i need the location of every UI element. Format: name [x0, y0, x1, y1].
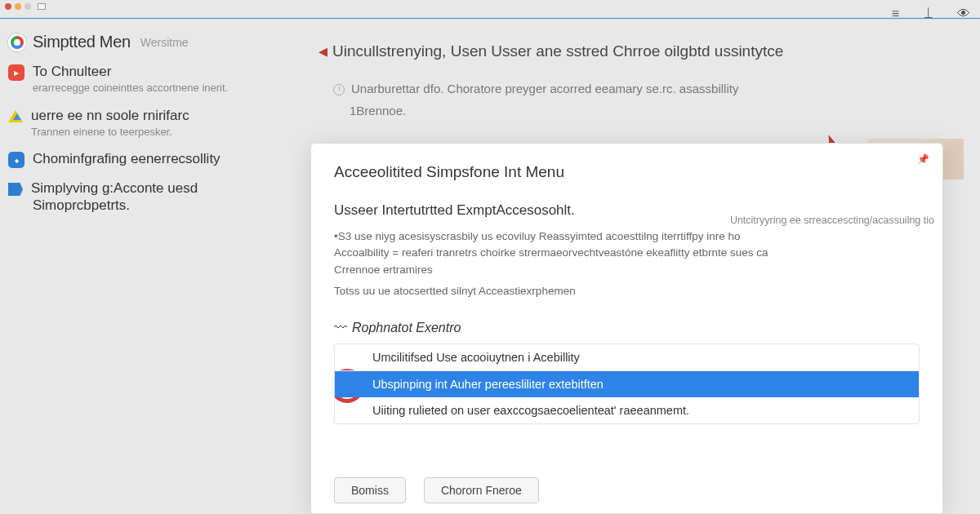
dialog-body-line: •S3 use niyg acesisyscrasbily us ecovilu…: [334, 228, 791, 278]
sidebar-item-0[interactable]: ▸ To Chnulteer erarrecegge coineinttes a…: [8, 63, 302, 95]
option-list: Umcilitifsed Use acooiuytnen i Acebillit…: [334, 343, 920, 424]
option-item-2[interactable]: Uiiting rulieted on user eaxccogsaecoeli…: [335, 397, 919, 423]
dialog-body-line: Totss uu ue atocsertted silnyt Acceastie…: [334, 283, 791, 299]
sidebar-item-title: To Chnulteer: [33, 63, 302, 80]
filter-icon[interactable]: ⟘: [924, 7, 933, 21]
section-title-text: Rophnatot Exentro: [352, 321, 461, 335]
tag-icon: [8, 183, 23, 196]
main-subtitle-2: 1Brennoe.: [350, 104, 964, 117]
sidebar-item-title: uerre ee nn soole rnirifarc: [31, 107, 302, 124]
sidebar-heading: Simptted Men Wersitme: [8, 33, 302, 51]
dialog-footer: Bomiss Chororn Fneroe: [334, 477, 539, 503]
page-title: Uincullstrenying, Usen Usser ane sstred …: [332, 42, 783, 60]
dialog-title: Acceeolitited Simpsfone Int Menu: [334, 163, 920, 181]
sidebar-subtitle: Wersitme: [140, 36, 189, 49]
sidebar: Simptted Men Wersitme ▸ To Chnulteer era…: [0, 24, 302, 215]
chrome-button[interactable]: Chororn Fneroe: [424, 477, 539, 503]
back-chevron-icon[interactable]: ◂: [318, 41, 327, 62]
settings-dialog: 📌 Acceeolitited Simpsfone Int Menu Ussee…: [310, 143, 943, 514]
dialog-body: •S3 use niyg acesisyscrasbily us ecovilu…: [334, 228, 791, 299]
main-header: ◂ Uincullstrenying, Usen Usser ane sstre…: [318, 41, 964, 62]
main-subtitle: Unarburettar dfo. Choratore preyger acor…: [351, 82, 738, 95]
dialog-section-title: 〰 Rophnatot Exentro: [334, 321, 920, 335]
option-label: Umcilitifsed Use acooiuytnen i Acebillit…: [372, 351, 580, 364]
main-content: ◂ Uincullstrenying, Usen Usser ane sstre…: [318, 41, 964, 117]
sidebar-item-title: Simplyving g:Acconte uesd: [31, 179, 302, 197]
clock-icon: [333, 84, 345, 95]
sidebar-title: Simptted Men: [33, 33, 131, 51]
sidebar-item-3[interactable]: Simplyving g:Acconte uesd: [8, 179, 302, 197]
title-separator: [0, 18, 980, 19]
window-box-icon: [38, 3, 46, 10]
sidebar-item-title: Chominfgrafing eenerrecsollity: [33, 150, 302, 167]
sidebar-item-desc: Trannen einene to teerpesker.: [31, 126, 302, 139]
eye-icon[interactable]: 👁: [957, 7, 970, 21]
triangle-icon: [8, 110, 23, 122]
sidebar-extra-line: Simoprcbpetrts.: [33, 197, 302, 214]
option-item-0[interactable]: Umcilitifsed Use acooiuytnen i Acebillit…: [335, 344, 919, 371]
close-window-dot[interactable]: [5, 3, 11, 10]
option-label: Uiiting rulieted on user eaxccogsaecoeli…: [372, 404, 689, 417]
minimize-window-dot[interactable]: [15, 3, 21, 10]
option-item-1[interactable]: Ubspinping int Auher pereesliliter exteb…: [335, 371, 919, 397]
swoosh-icon: 〰: [334, 321, 347, 335]
menu-lines-icon[interactable]: ≡: [892, 7, 899, 21]
shield-icon: ⬥: [8, 152, 24, 168]
titlebar-actions: ≡ ⟘ 👁: [892, 7, 970, 21]
red-square-icon: ▸: [8, 64, 24, 81]
dialog-side-note: Untcitryyring ee srreaccescting/acassuil…: [730, 214, 934, 227]
option-label: Ubspinping int Auher pereesliliter exteb…: [372, 378, 604, 391]
main-subtitle-row: Unarburettar dfo. Choratore preyger acor…: [333, 82, 964, 95]
maximize-window-dot[interactable]: [24, 3, 31, 10]
sidebar-item-2[interactable]: ⬥ Chominfgrafing eenerrecsollity: [8, 150, 302, 168]
dismiss-button[interactable]: Bomiss: [334, 477, 406, 503]
window-controls: [5, 3, 46, 10]
sidebar-item-1[interactable]: uerre ee nn soole rnirifarc Trannen eine…: [8, 107, 302, 140]
pin-icon[interactable]: 📌: [917, 153, 929, 165]
chrome-icon: [8, 33, 26, 51]
sidebar-item-desc: erarrecegge coineinttes accortnene ineri…: [33, 82, 302, 95]
